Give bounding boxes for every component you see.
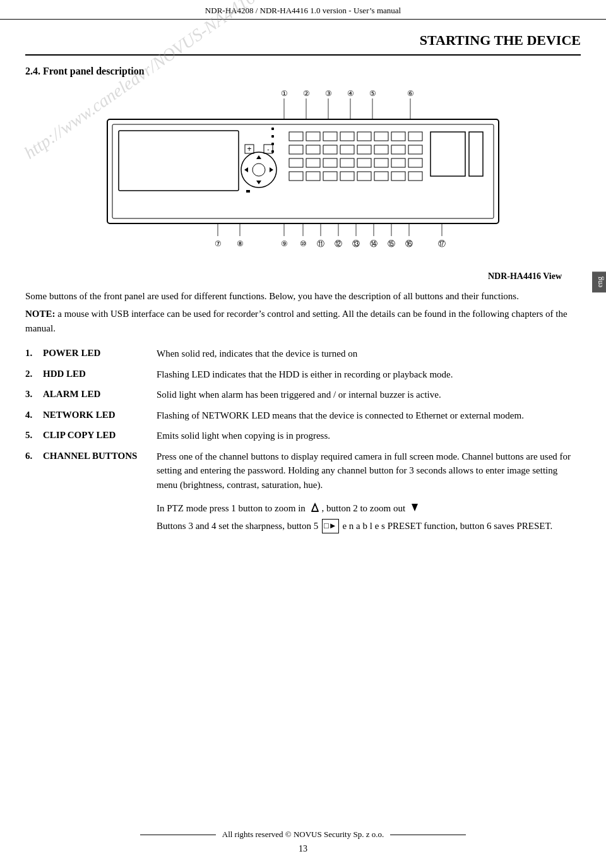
ptz-line1: In PTZ mode press 1 button to zoom in , … xyxy=(157,501,581,516)
svg-rect-56 xyxy=(340,172,354,181)
item-desc-5: Emits solid light when copying is in pro… xyxy=(157,429,581,443)
item-number-3: 3. xyxy=(25,388,43,401)
item-row-2: 2. HDD LED Flashing LED indicates that t… xyxy=(25,367,581,382)
desc-para2: NOTE: a mouse with USB interface can be … xyxy=(25,307,581,335)
svg-text:⑦: ⑦ xyxy=(215,239,222,248)
svg-rect-16 xyxy=(271,135,274,138)
item-row-3: 3. ALARM LED Solid light when alarm has … xyxy=(25,388,581,402)
item-number-2: 2. xyxy=(25,367,43,381)
svg-marker-21 xyxy=(256,155,261,159)
svg-rect-32 xyxy=(340,132,354,141)
item-desc-2: Flashing LED indicates that the HDD is e… xyxy=(157,367,581,382)
svg-text:⑰: ⑰ xyxy=(438,239,446,248)
ptz-text-before: In PTZ mode press 1 button to zoom in xyxy=(157,501,306,516)
svg-rect-50 xyxy=(374,158,388,167)
svg-line-88 xyxy=(312,504,315,511)
ndr-label: NDR-HA4416 View xyxy=(25,270,581,283)
item-label-5: CLIP COPY LED xyxy=(43,429,157,442)
svg-rect-60 xyxy=(408,172,422,181)
svg-text:⑯: ⑯ xyxy=(405,239,413,248)
item-row-6: 6. CHANNEL BUTTONS Press one of the chan… xyxy=(25,449,581,492)
svg-rect-14 xyxy=(119,131,239,191)
preset-icon: □► xyxy=(322,519,339,533)
item-row-5: 5. CLIP COPY LED Emits solid light when … xyxy=(25,429,581,443)
svg-rect-38 xyxy=(306,145,320,154)
svg-point-20 xyxy=(252,163,265,176)
ptz-text-middle: , button 2 to zoom out xyxy=(322,501,406,516)
svg-text:+: + xyxy=(247,145,251,153)
item-label-1: POWER LED xyxy=(43,347,157,360)
svg-rect-61 xyxy=(431,132,465,176)
svg-rect-57 xyxy=(357,172,371,181)
svg-text:③: ③ xyxy=(325,89,332,98)
footer-page: 13 xyxy=(0,843,606,855)
svg-text:⑮: ⑮ xyxy=(388,239,395,248)
svg-marker-23 xyxy=(244,167,248,172)
ptz-section: In PTZ mode press 1 button to zoom in , … xyxy=(157,501,581,533)
svg-text:⑧: ⑧ xyxy=(237,239,244,248)
svg-text:⑤: ⑤ xyxy=(369,89,376,98)
svg-rect-53 xyxy=(289,172,303,181)
svg-text:⑬: ⑬ xyxy=(352,239,360,248)
item-number-5: 5. xyxy=(25,429,43,442)
svg-rect-63 xyxy=(246,190,250,193)
ptz-text-end: PRESET function, button 6 saves PRESET. xyxy=(388,518,553,533)
items-section: 1. POWER LED When solid red, indicates t… xyxy=(25,347,581,492)
svg-text:④: ④ xyxy=(347,89,354,98)
item-desc-4: Flashing of NETWORK LED means that the d… xyxy=(157,408,581,423)
svg-rect-59 xyxy=(391,172,405,181)
svg-rect-48 xyxy=(340,158,354,167)
svg-rect-40 xyxy=(340,145,354,154)
svg-text:⑥: ⑥ xyxy=(407,89,414,98)
svg-rect-52 xyxy=(408,158,422,167)
ptz-text-line2: Buttons 3 and 4 set the sharpness, butto… xyxy=(157,518,318,533)
zoom-out-icon xyxy=(409,502,420,514)
svg-text:②: ② xyxy=(303,89,310,98)
svg-text:⑫: ⑫ xyxy=(335,239,342,248)
ptz-line2: Buttons 3 and 4 set the sharpness, butto… xyxy=(157,518,581,533)
svg-marker-91 xyxy=(412,504,418,511)
svg-text:⑨: ⑨ xyxy=(281,239,288,248)
svg-text:⑪: ⑪ xyxy=(317,239,324,248)
svg-rect-46 xyxy=(306,158,320,167)
svg-marker-24 xyxy=(270,167,273,172)
item-desc-1: When solid red, indicates that the devic… xyxy=(157,347,581,361)
svg-rect-62 xyxy=(469,132,483,176)
ptz-enables: e n a b l e s xyxy=(342,518,384,533)
item-number-1: 1. xyxy=(25,347,43,360)
svg-rect-31 xyxy=(323,132,337,141)
svg-line-89 xyxy=(315,504,318,511)
item-label-2: HDD LED xyxy=(43,367,157,381)
item-number-6: 6. xyxy=(25,449,43,463)
svg-rect-34 xyxy=(374,132,388,141)
item-label-3: ALARM LED xyxy=(43,388,157,401)
note-label: NOTE: xyxy=(25,309,56,319)
device-diagram: ① ② ③ ④ ⑤ ⑥ xyxy=(25,85,581,265)
svg-text:⑭: ⑭ xyxy=(370,239,377,248)
svg-rect-35 xyxy=(391,132,405,141)
item-row-1: 1. POWER LED When solid red, indicates t… xyxy=(25,347,581,361)
svg-rect-49 xyxy=(357,158,371,167)
svg-rect-29 xyxy=(289,132,303,141)
zoom-in-icon xyxy=(309,502,321,514)
svg-rect-41 xyxy=(357,145,371,154)
svg-text:①: ① xyxy=(281,89,288,98)
svg-rect-45 xyxy=(289,158,303,167)
footer-rule-left xyxy=(140,835,216,835)
svg-rect-39 xyxy=(323,145,337,154)
page-footer: All rights reserved © NOVUS Security Sp.… xyxy=(0,829,606,855)
svg-rect-42 xyxy=(374,145,388,154)
note-body: a mouse with USB interface can be used f… xyxy=(25,309,567,333)
svg-rect-33 xyxy=(357,132,371,141)
desc-para1: Some buttons of the front panel are used… xyxy=(25,289,581,304)
svg-rect-43 xyxy=(391,145,405,154)
svg-text:-: - xyxy=(267,146,269,153)
footer-rule-right xyxy=(390,835,466,835)
svg-rect-54 xyxy=(306,172,320,181)
item-label-6: CHANNEL BUTTONS xyxy=(43,449,157,463)
svg-rect-55 xyxy=(323,172,337,181)
item-number-4: 4. xyxy=(25,408,43,422)
svg-marker-22 xyxy=(256,181,261,184)
svg-rect-36 xyxy=(408,132,422,141)
svg-rect-51 xyxy=(391,158,405,167)
